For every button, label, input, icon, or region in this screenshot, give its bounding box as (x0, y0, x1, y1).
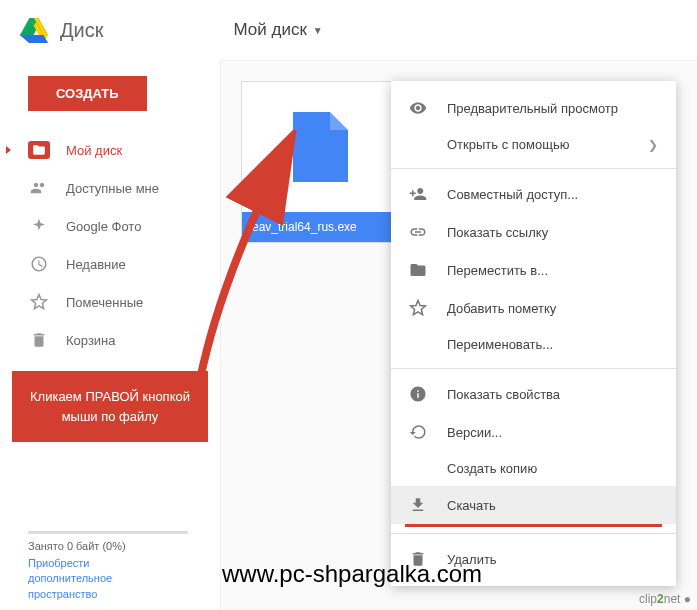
menu-get-link[interactable]: Показать ссылку (391, 213, 676, 251)
folder-solid-icon (409, 261, 427, 279)
file-item[interactable]: eav_trial64_rus.exe (241, 81, 399, 243)
versions-icon (409, 423, 427, 441)
star-icon (409, 299, 427, 317)
recent-icon (30, 255, 48, 273)
storage-upgrade-link[interactable]: Приобрести дополнительное пространство (28, 556, 188, 602)
menu-preview[interactable]: Предварительный просмотр (391, 89, 676, 127)
main-area: СОЗДАТЬ Мой диск Доступные мне Google Фо… (0, 60, 697, 610)
context-menu: Предварительный просмотр Открыть с помощ… (391, 81, 676, 586)
file-doc-icon (293, 112, 348, 182)
svg-marker-2 (20, 34, 48, 42)
menu-download[interactable]: Скачать (391, 486, 676, 524)
menu-label: Добавить пометку (447, 301, 556, 316)
link-icon (409, 223, 427, 241)
sidebar-item-my-drive[interactable]: Мой диск (0, 131, 220, 169)
storage-bar (28, 531, 188, 534)
menu-label: Переименовать... (447, 337, 553, 352)
file-name: eav_trial64_rus.exe (242, 212, 398, 242)
sidebar-item-label: Недавние (66, 257, 126, 272)
logo-area: Диск (20, 18, 103, 43)
folder-icon (32, 143, 46, 157)
header: Диск Мой диск ▼ (0, 0, 697, 60)
storage-info: Занято 0 байт (0%) Приобрести дополнител… (28, 531, 188, 602)
annotation-line1: Кликаем ПРАВОЙ кнопкой (30, 387, 190, 407)
sidebar-item-photos[interactable]: Google Фото (0, 207, 220, 245)
drive-logo-icon (20, 18, 48, 43)
add-person-icon (409, 185, 427, 203)
menu-open-with[interactable]: Открыть с помощью ❯ (391, 127, 676, 162)
sidebar-item-shared[interactable]: Доступные мне (0, 169, 220, 207)
content-area: eav_trial64_rus.exe Предварительный прос… (220, 60, 697, 610)
watermark-url: www.pc-shpargalka.com (222, 560, 482, 588)
sidebar-item-label: Помеченные (66, 295, 143, 310)
menu-move-to[interactable]: Переместить в... (391, 251, 676, 289)
eye-icon (409, 99, 427, 117)
sidebar-item-label: Мой диск (66, 143, 122, 158)
menu-share[interactable]: Совместный доступ... (391, 175, 676, 213)
star-icon (30, 293, 48, 311)
menu-label: Версии... (447, 425, 502, 440)
menu-rename[interactable]: Переименовать... (391, 327, 676, 362)
storage-used: Занято 0 байт (0%) (28, 540, 188, 552)
menu-make-copy[interactable]: Создать копию (391, 451, 676, 486)
trash-icon (30, 331, 48, 349)
location-text: Мой диск (233, 20, 306, 40)
sidebar-item-label: Google Фото (66, 219, 141, 234)
app-name: Диск (60, 19, 103, 42)
photos-icon (30, 217, 48, 235)
menu-label: Совместный доступ... (447, 187, 578, 202)
menu-separator (391, 168, 676, 169)
info-icon (409, 385, 427, 403)
menu-label: Переместить в... (447, 263, 548, 278)
shared-icon (30, 179, 48, 197)
menu-label: Скачать (447, 498, 496, 513)
menu-label: Создать копию (447, 461, 537, 476)
sidebar-item-trash[interactable]: Корзина (0, 321, 220, 359)
annotation-callout: Кликаем ПРАВОЙ кнопкой мыши по файлу (12, 371, 208, 442)
annotation-line2: мыши по файлу (30, 407, 190, 427)
menu-versions[interactable]: Версии... (391, 413, 676, 451)
file-preview (242, 82, 398, 212)
menu-label: Открыть с помощью (447, 137, 569, 152)
location-dropdown[interactable]: Мой диск ▼ (233, 20, 322, 40)
menu-separator (391, 533, 676, 534)
sidebar-item-label: Корзина (66, 333, 116, 348)
sidebar-item-recent[interactable]: Недавние (0, 245, 220, 283)
menu-separator (391, 368, 676, 369)
sidebar-item-starred[interactable]: Помеченные (0, 283, 220, 321)
clip2net-watermark: clip2net ● (639, 592, 691, 606)
chevron-right-icon: ❯ (648, 138, 658, 152)
menu-add-star[interactable]: Добавить пометку (391, 289, 676, 327)
sidebar: СОЗДАТЬ Мой диск Доступные мне Google Фо… (0, 60, 220, 610)
download-icon (409, 496, 427, 514)
create-button[interactable]: СОЗДАТЬ (28, 76, 147, 111)
menu-label: Показать ссылку (447, 225, 548, 240)
sidebar-item-label: Доступные мне (66, 181, 159, 196)
menu-details[interactable]: Показать свойства (391, 375, 676, 413)
chevron-down-icon: ▼ (313, 25, 323, 36)
menu-label: Показать свойства (447, 387, 560, 402)
highlight-underline (405, 524, 662, 527)
menu-label: Предварительный просмотр (447, 101, 618, 116)
